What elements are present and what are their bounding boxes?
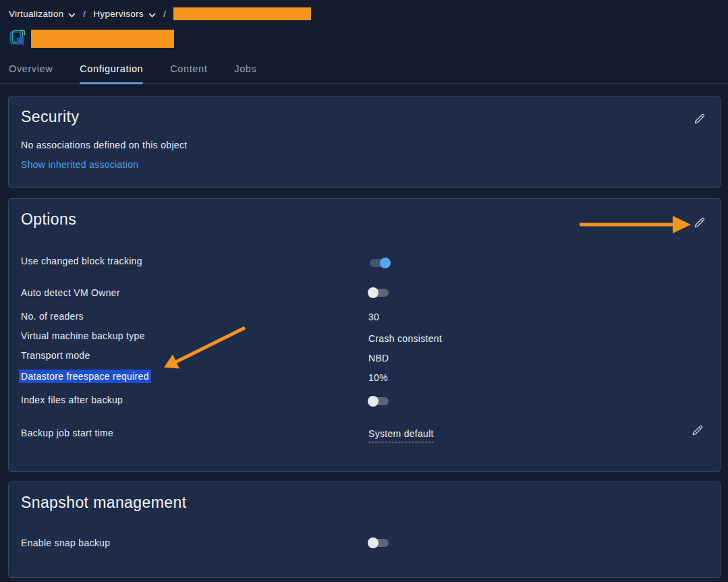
system-default-editable-value[interactable]: System default — [368, 428, 434, 442]
toggle-auto-detect-vm-owner[interactable] — [370, 289, 389, 297]
selected-text-highlight: Datastore freespace required — [19, 370, 151, 383]
breadcrumb-separator: / — [83, 9, 86, 19]
toggle-knob — [368, 537, 379, 548]
options-edit-button[interactable] — [692, 216, 707, 231]
option-label-backup-job-start-time: Backup job start time — [21, 428, 113, 438]
toggle-index-files-after-backup[interactable] — [370, 397, 389, 405]
breadcrumb-label: Hypervisors — [93, 9, 144, 19]
toggle-knob — [380, 258, 391, 268]
pencil-icon — [691, 429, 704, 439]
options-card: Options Use changed block tracking Auto … — [8, 198, 721, 472]
snapshot-management-card: Snapshot management Enable snap backup — [8, 482, 721, 578]
security-card: Security No associations defined on this… — [8, 96, 721, 188]
chevron-down-icon — [68, 9, 76, 20]
page-title-row — [0, 20, 728, 49]
security-card-title: Security — [21, 108, 79, 126]
option-label-enable-snap-backup: Enable snap backup — [21, 537, 110, 548]
annotation-arrow-to-datastore-label — [164, 328, 245, 369]
chevron-down-icon — [148, 9, 156, 20]
option-label-transport-mode: Transport mode — [21, 350, 90, 361]
option-label-auto-detect-vm-owner: Auto detect VM Owner — [21, 287, 120, 298]
security-edit-button[interactable] — [692, 112, 707, 127]
pencil-icon — [693, 221, 706, 231]
option-label-datastore-freespace-required: Datastore freespace required — [21, 371, 151, 382]
breadcrumb: Virtualization / Hypervisors / — [0, 0, 728, 20]
show-inherited-association-link[interactable]: Show inherited association — [21, 159, 138, 170]
tab-content[interactable]: Content — [170, 63, 207, 83]
security-empty-text: No associations defined on this object — [21, 140, 187, 150]
toggle-use-changed-block-tracking[interactable] — [370, 259, 389, 267]
pencil-icon — [693, 117, 706, 127]
annotation-arrow-to-edit-icon — [580, 216, 691, 233]
tab-jobs[interactable]: Jobs — [234, 63, 256, 83]
toggle-knob — [368, 396, 379, 407]
option-label-no-of-readers: No. of readers — [21, 311, 84, 322]
breadcrumb-label: Virtualization — [9, 9, 63, 19]
tab-configuration[interactable]: Configuration — [80, 63, 143, 83]
option-label-vm-backup-type: Virtual machine backup type — [21, 330, 145, 341]
breadcrumb-item-virtualization[interactable]: Virtualization — [9, 8, 76, 20]
page-title-redacted — [31, 30, 174, 48]
backup-job-start-time-edit-button[interactable] — [690, 424, 705, 438]
breadcrumb-item-current-redacted[interactable] — [173, 7, 311, 20]
tab-bar: Overview Configuration Content Jobs — [0, 63, 728, 84]
option-value-vm-backup-type: Crash consistent — [368, 333, 442, 344]
breadcrumb-separator: / — [163, 9, 166, 19]
options-card-title: Options — [21, 210, 76, 229]
tab-overview[interactable]: Overview — [9, 63, 53, 83]
option-value-transport-mode: NBD — [368, 353, 389, 363]
snapshot-card-title: Snapshot management — [21, 494, 186, 512]
breadcrumb-item-hypervisors[interactable]: Hypervisors — [93, 8, 156, 20]
hypervisor-icon — [9, 28, 27, 49]
toggle-knob — [368, 287, 379, 298]
option-value-backup-job-start-time: System default — [368, 428, 434, 439]
toggle-enable-snap-backup[interactable] — [370, 539, 389, 547]
option-value-no-of-readers: 30 — [368, 312, 379, 322]
option-value-datastore-freespace-required: 10% — [368, 372, 388, 383]
option-label-use-changed-block-tracking: Use changed block tracking — [21, 256, 142, 266]
option-label-index-files-after-backup: Index files after backup — [21, 395, 123, 405]
